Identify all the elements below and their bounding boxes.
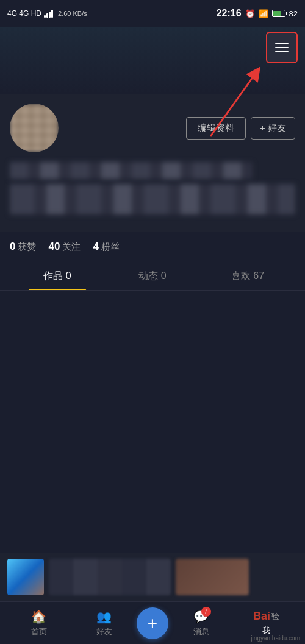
profile-actions: 编辑资料 + 好友 — [66, 117, 295, 140]
wifi-icon: 📶 — [259, 9, 268, 18]
likes-count: 0 — [10, 241, 15, 253]
username-blurred — [10, 162, 253, 179]
followers-count: 4 — [93, 241, 98, 253]
tab-works-label: 作品 0 — [43, 271, 71, 281]
edit-profile-button[interactable]: 编辑资料 — [186, 117, 246, 140]
content-area — [0, 291, 305, 473]
preview-thumb-2 — [49, 559, 171, 595]
following-label: 关注 — [62, 241, 81, 253]
nav-messages[interactable]: 💬 7 消息 — [168, 609, 234, 637]
nav-friends[interactable]: 👥 好友 — [71, 609, 137, 637]
battery-percent: 82 — [289, 9, 298, 18]
status-bar: 4G 4G HD 2.60 KB/s 22:16 ⏰ 📶 82 — [0, 0, 305, 27]
home-icon: 🏠 — [32, 609, 46, 624]
status-left: 4G 4G HD 2.60 KB/s — [7, 9, 87, 18]
tab-likes[interactable]: 喜欢 67 — [200, 261, 295, 290]
following-stat[interactable]: 40 关注 — [48, 241, 81, 253]
profile-top: 编辑资料 + 好友 — [10, 104, 295, 152]
following-count: 40 — [48, 241, 60, 253]
tab-likes-label: 喜欢 67 — [231, 271, 264, 281]
action-buttons: 编辑资料 + 好友 — [186, 117, 295, 140]
time-label: 22:16 — [217, 8, 242, 19]
nav-profile[interactable]: Bai 验 我 — [234, 610, 299, 636]
speed-label: 2.60 KB/s — [58, 10, 87, 17]
baidu-logo: Bai — [253, 610, 270, 623]
nav-friends-label: 好友 — [96, 626, 112, 637]
message-badge: 7 — [201, 607, 211, 617]
tab-works[interactable]: 作品 0 — [10, 261, 105, 290]
signal-icon — [44, 9, 53, 18]
nav-create-button[interactable]: + — [137, 607, 168, 639]
profile-area: 编辑资料 + 好友 — [0, 94, 305, 232]
header-area — [0, 27, 305, 94]
status-right: 22:16 ⏰ 📶 82 — [217, 8, 298, 19]
alarm-icon: ⏰ — [245, 9, 255, 18]
bio-area — [10, 162, 295, 214]
friends-icon: 👥 — [97, 609, 112, 624]
nav-home[interactable]: 🏠 首页 — [6, 609, 71, 637]
network-label: 4G 4G HD — [7, 9, 41, 18]
preview-thumb-1 — [7, 559, 44, 595]
tab-moments[interactable]: 动态 0 — [105, 261, 200, 290]
tabs-row: 作品 0 动态 0 喜欢 67 — [0, 261, 305, 291]
nav-messages-label: 消息 — [193, 626, 209, 637]
profile-nav-area: Bai 验 — [253, 610, 279, 623]
tab-moments-label: 动态 0 — [138, 271, 166, 281]
likes-stat: 0 获赞 — [10, 241, 36, 253]
add-friend-button[interactable]: + 好友 — [251, 117, 295, 140]
messages-icon-container: 💬 7 — [194, 609, 209, 624]
menu-button[interactable] — [266, 32, 298, 63]
followers-stat[interactable]: 4 粉丝 — [93, 241, 119, 253]
nav-home-label: 首页 — [31, 626, 47, 637]
watermark: jingyan.baidu.com — [251, 635, 300, 642]
bottom-preview — [0, 553, 305, 601]
followers-label: 粉丝 — [101, 241, 120, 253]
likes-label: 获赞 — [18, 241, 36, 253]
avatar — [10, 104, 59, 152]
stats-row: 0 获赞 40 关注 4 粉丝 — [0, 232, 305, 261]
preview-thumb-3 — [176, 559, 249, 595]
bio-blurred — [10, 184, 295, 214]
hamburger-icon — [275, 43, 289, 52]
me-label: 验 — [271, 611, 279, 622]
battery-icon — [272, 10, 285, 17]
